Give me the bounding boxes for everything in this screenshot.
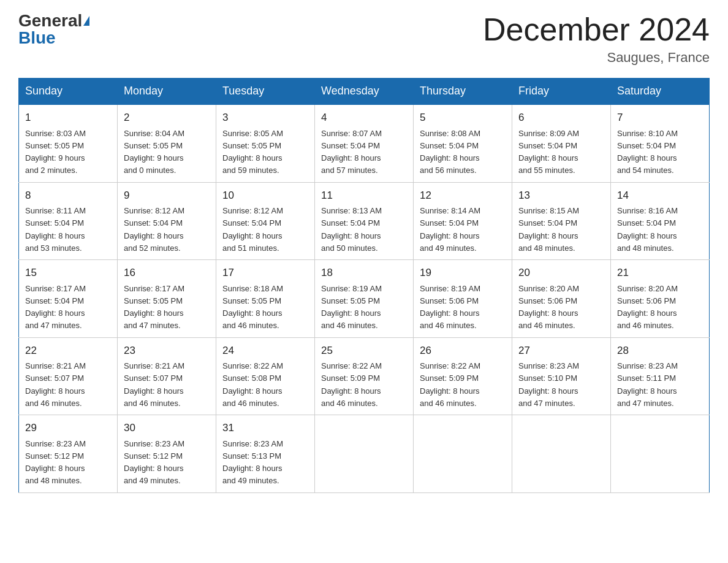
calendar-day-cell: 23 Sunrise: 8:21 AMSunset: 5:07 PMDaylig… [118,337,216,415]
calendar-day-cell: 31 Sunrise: 8:23 AMSunset: 5:13 PMDaylig… [216,415,315,493]
day-info: Sunrise: 8:19 AMSunset: 5:05 PMDaylight:… [321,284,382,331]
day-info: Sunrise: 8:21 AMSunset: 5:07 PMDaylight:… [124,361,184,408]
day-of-week-header: Wednesday [315,79,414,105]
day-of-week-header: Tuesday [216,79,315,105]
calendar-day-cell [512,415,611,493]
day-info: Sunrise: 8:04 AMSunset: 5:05 PMDaylight:… [124,129,184,175]
day-number: 9 [124,188,210,204]
day-info: Sunrise: 8:14 AMSunset: 5:04 PMDaylight:… [420,206,480,253]
day-number: 23 [124,343,210,359]
day-info: Sunrise: 8:07 AMSunset: 5:04 PMDaylight:… [321,129,382,175]
day-number: 6 [518,110,604,126]
day-number: 1 [25,110,111,126]
day-number: 15 [25,265,111,281]
day-info: Sunrise: 8:17 AMSunset: 5:04 PMDaylight:… [25,284,86,331]
day-number: 11 [321,188,407,204]
logo-triangle-icon [83,16,89,26]
day-number: 24 [222,343,308,359]
calendar-week-row: 29 Sunrise: 8:23 AMSunset: 5:12 PMDaylig… [19,415,710,493]
day-number: 21 [617,265,703,281]
calendar-day-cell: 11 Sunrise: 8:13 AMSunset: 5:04 PMDaylig… [315,182,414,260]
day-info: Sunrise: 8:05 AMSunset: 5:05 PMDaylight:… [222,129,283,175]
day-number: 8 [25,188,111,204]
calendar-day-cell: 13 Sunrise: 8:15 AMSunset: 5:04 PMDaylig… [512,182,611,260]
day-number: 25 [321,343,407,359]
day-info: Sunrise: 8:23 AMSunset: 5:13 PMDaylight:… [222,439,283,486]
calendar-day-cell: 12 Sunrise: 8:14 AMSunset: 5:04 PMDaylig… [414,182,512,260]
calendar-day-cell: 14 Sunrise: 8:16 AMSunset: 5:04 PMDaylig… [611,182,710,260]
page-header: General Blue December 2024 Saugues, Fran… [18,12,710,66]
day-info: Sunrise: 8:15 AMSunset: 5:04 PMDaylight:… [518,206,579,253]
calendar-day-cell [611,415,710,493]
calendar-day-cell: 26 Sunrise: 8:22 AMSunset: 5:09 PMDaylig… [414,337,512,415]
day-number: 12 [420,188,506,204]
day-info: Sunrise: 8:22 AMSunset: 5:09 PMDaylight:… [321,361,382,408]
day-number: 19 [420,265,506,281]
day-info: Sunrise: 8:11 AMSunset: 5:04 PMDaylight:… [25,206,86,253]
day-info: Sunrise: 8:09 AMSunset: 5:04 PMDaylight:… [518,129,579,175]
calendar-week-row: 15 Sunrise: 8:17 AMSunset: 5:04 PMDaylig… [19,260,710,338]
day-info: Sunrise: 8:12 AMSunset: 5:04 PMDaylight:… [124,206,184,253]
calendar-day-cell: 9 Sunrise: 8:12 AMSunset: 5:04 PMDayligh… [118,182,216,260]
day-number: 3 [222,110,308,126]
location-subtitle: Saugues, France [483,50,710,66]
calendar-day-cell: 27 Sunrise: 8:23 AMSunset: 5:10 PMDaylig… [512,337,611,415]
day-number: 14 [617,188,703,204]
header-row: SundayMondayTuesdayWednesdayThursdayFrid… [19,79,710,105]
day-of-week-header: Saturday [611,79,710,105]
day-info: Sunrise: 8:20 AMSunset: 5:06 PMDaylight:… [518,284,579,331]
day-info: Sunrise: 8:23 AMSunset: 5:11 PMDaylight:… [617,361,678,408]
day-info: Sunrise: 8:12 AMSunset: 5:04 PMDaylight:… [222,206,283,253]
day-of-week-header: Thursday [414,79,512,105]
calendar-day-cell: 18 Sunrise: 8:19 AMSunset: 5:05 PMDaylig… [315,260,414,338]
day-number: 28 [617,343,703,359]
calendar-day-cell: 5 Sunrise: 8:08 AMSunset: 5:04 PMDayligh… [414,104,512,182]
day-number: 20 [518,265,604,281]
calendar-day-cell: 3 Sunrise: 8:05 AMSunset: 5:05 PMDayligh… [216,104,315,182]
logo: General Blue [18,12,89,47]
calendar-day-cell: 17 Sunrise: 8:18 AMSunset: 5:05 PMDaylig… [216,260,315,338]
day-number: 7 [617,110,703,126]
logo-blue-text: Blue [18,29,56,47]
day-info: Sunrise: 8:23 AMSunset: 5:12 PMDaylight:… [25,439,86,486]
calendar-day-cell: 28 Sunrise: 8:23 AMSunset: 5:11 PMDaylig… [611,337,710,415]
day-number: 17 [222,265,308,281]
calendar-week-row: 22 Sunrise: 8:21 AMSunset: 5:07 PMDaylig… [19,337,710,415]
day-number: 18 [321,265,407,281]
day-info: Sunrise: 8:19 AMSunset: 5:06 PMDaylight:… [420,284,480,331]
calendar-day-cell [414,415,512,493]
calendar-day-cell: 24 Sunrise: 8:22 AMSunset: 5:08 PMDaylig… [216,337,315,415]
day-info: Sunrise: 8:16 AMSunset: 5:04 PMDaylight:… [617,206,678,253]
day-of-week-header: Sunday [19,79,118,105]
day-number: 10 [222,188,308,204]
calendar-week-row: 8 Sunrise: 8:11 AMSunset: 5:04 PMDayligh… [19,182,710,260]
day-number: 5 [420,110,506,126]
calendar-day-cell: 30 Sunrise: 8:23 AMSunset: 5:12 PMDaylig… [118,415,216,493]
calendar-day-cell: 4 Sunrise: 8:07 AMSunset: 5:04 PMDayligh… [315,104,414,182]
day-number: 30 [124,420,210,436]
day-number: 13 [518,188,604,204]
calendar-day-cell: 29 Sunrise: 8:23 AMSunset: 5:12 PMDaylig… [19,415,118,493]
month-title: December 2024 [483,12,710,47]
day-info: Sunrise: 8:17 AMSunset: 5:05 PMDaylight:… [124,284,184,331]
day-info: Sunrise: 8:22 AMSunset: 5:09 PMDaylight:… [420,361,480,408]
calendar-day-cell: 10 Sunrise: 8:12 AMSunset: 5:04 PMDaylig… [216,182,315,260]
day-of-week-header: Monday [118,79,216,105]
calendar-day-cell: 15 Sunrise: 8:17 AMSunset: 5:04 PMDaylig… [19,260,118,338]
calendar-day-cell: 25 Sunrise: 8:22 AMSunset: 5:09 PMDaylig… [315,337,414,415]
calendar-day-cell: 2 Sunrise: 8:04 AMSunset: 5:05 PMDayligh… [118,104,216,182]
calendar-day-cell: 8 Sunrise: 8:11 AMSunset: 5:04 PMDayligh… [19,182,118,260]
calendar-day-cell: 21 Sunrise: 8:20 AMSunset: 5:06 PMDaylig… [611,260,710,338]
day-info: Sunrise: 8:18 AMSunset: 5:05 PMDaylight:… [222,284,283,331]
calendar-table: SundayMondayTuesdayWednesdayThursdayFrid… [18,78,710,493]
calendar-day-cell: 7 Sunrise: 8:10 AMSunset: 5:04 PMDayligh… [611,104,710,182]
day-info: Sunrise: 8:08 AMSunset: 5:04 PMDaylight:… [420,129,480,175]
day-info: Sunrise: 8:10 AMSunset: 5:04 PMDaylight:… [617,129,678,175]
day-number: 4 [321,110,407,126]
day-info: Sunrise: 8:23 AMSunset: 5:10 PMDaylight:… [518,361,579,408]
calendar-day-cell: 19 Sunrise: 8:19 AMSunset: 5:06 PMDaylig… [414,260,512,338]
day-info: Sunrise: 8:20 AMSunset: 5:06 PMDaylight:… [617,284,678,331]
day-info: Sunrise: 8:22 AMSunset: 5:08 PMDaylight:… [222,361,283,408]
day-of-week-header: Friday [512,79,611,105]
day-number: 2 [124,110,210,126]
